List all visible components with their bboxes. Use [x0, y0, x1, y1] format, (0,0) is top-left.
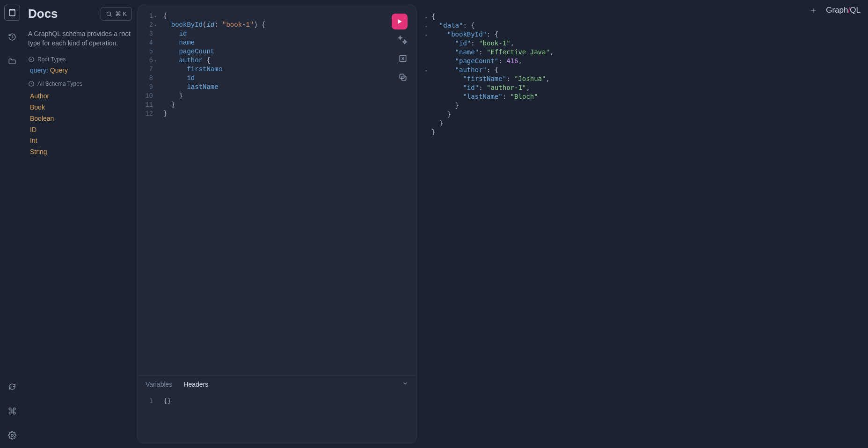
execute-button[interactable] — [392, 14, 408, 29]
headers-editor[interactable]: 1 {} — [138, 393, 416, 443]
add-tab-button[interactable]: ＋ — [809, 5, 817, 16]
schema-icon — [28, 81, 35, 87]
merge-icon — [398, 54, 408, 63]
book-icon — [8, 8, 16, 17]
schema-type-list: AuthorBookBooleanIDIntString — [28, 91, 132, 158]
tab-headers[interactable]: Headers — [183, 381, 208, 388]
query-editor-card: 1▾2▾3456▾789101112 { bookById(id: "book-… — [138, 5, 416, 443]
docs-title: Docs — [28, 7, 58, 21]
sidebar-rail — [0, 0, 24, 448]
root-query-link[interactable]: query: Query — [30, 66, 132, 74]
refresh-icon — [8, 382, 16, 391]
command-icon — [8, 407, 16, 415]
response-viewer[interactable]: ▾{▾ "data": {▾ "bookById": { "id": "book… — [421, 5, 865, 443]
schema-type-link[interactable]: ID — [30, 125, 132, 136]
svg-marker-9 — [398, 19, 402, 23]
graphiql-logo: GraphiQL — [826, 6, 861, 15]
docs-tab-button[interactable] — [4, 5, 20, 21]
sparkle-icon — [398, 35, 408, 44]
root-icon — [28, 56, 35, 63]
schema-type-link[interactable]: Boolean — [30, 113, 132, 125]
editor-bottom-pane: Variables Headers 1 {} — [138, 375, 416, 443]
folder-icon — [8, 57, 16, 66]
query-editor[interactable]: 1▾2▾3456▾789101112 { bookById(id: "book-… — [138, 5, 416, 375]
schema-type-link[interactable]: Author — [30, 91, 132, 102]
copy-button[interactable] — [398, 73, 408, 82]
svg-point-3 — [107, 12, 110, 15]
schema-type-link[interactable]: Book — [30, 102, 132, 113]
chevron-down-icon — [402, 380, 408, 387]
svg-rect-0 — [9, 9, 15, 16]
tab-variables[interactable]: Variables — [146, 381, 172, 388]
docs-description: A GraphQL schema provides a root type fo… — [28, 29, 132, 48]
prettify-button[interactable] — [398, 35, 408, 44]
gear-icon — [8, 431, 16, 440]
explorer-tab-button[interactable] — [4, 53, 20, 69]
play-icon — [396, 18, 403, 25]
copy-icon — [398, 73, 408, 82]
root-types-heading: Root Types — [28, 56, 132, 63]
history-tab-button[interactable] — [4, 29, 20, 45]
search-icon — [106, 11, 112, 17]
merge-button[interactable] — [398, 54, 408, 63]
settings-button[interactable] — [4, 427, 20, 443]
search-shortcut-label: ⌘ K — [115, 10, 127, 17]
collapse-bottom-button[interactable] — [402, 380, 408, 388]
shortcuts-button[interactable] — [4, 403, 20, 419]
docs-panel: Docs ⌘ K A GraphQL schema provides a roo… — [24, 0, 138, 448]
svg-line-4 — [110, 15, 111, 16]
svg-point-2 — [11, 434, 14, 437]
all-schema-heading: All Schema Types — [28, 81, 132, 87]
schema-type-link[interactable]: String — [30, 147, 132, 158]
search-button[interactable]: ⌘ K — [101, 7, 132, 21]
schema-type-link[interactable]: Int — [30, 135, 132, 147]
history-icon — [8, 33, 16, 41]
refresh-button[interactable] — [4, 379, 20, 395]
